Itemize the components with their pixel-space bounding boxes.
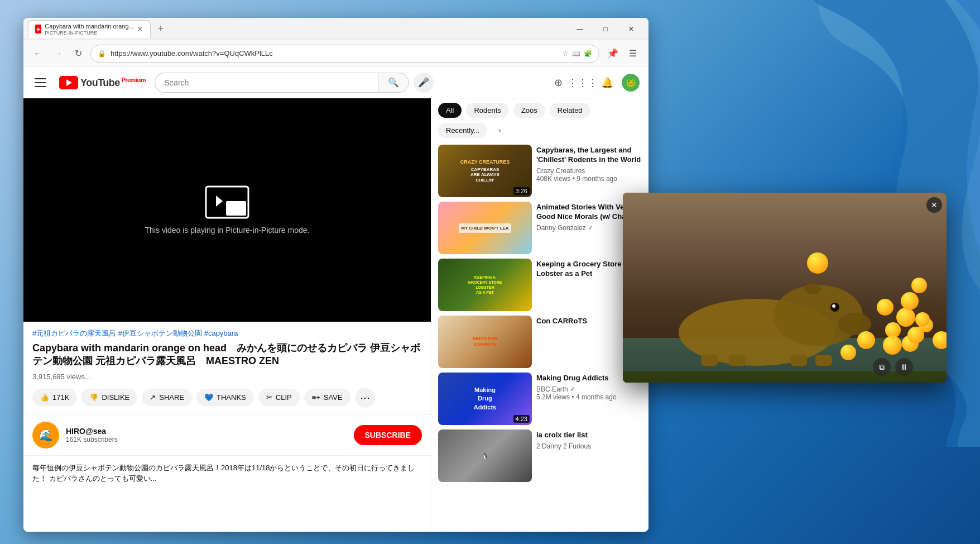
video-title: Capybara with mandarin orange on head みか… [32,342,422,368]
notifications-button[interactable]: 🔔 [597,73,617,93]
video-duration: 4:23 [513,415,530,423]
youtube-header: YouTube Premium 🔍 🎤 ⊕ ⋮⋮⋮ 🔔 🐸 [23,67,648,98]
svg-point-7 [804,283,821,294]
chips-scroll-right[interactable]: › [492,122,507,138]
nav-bar: ← → ↻ 🔒 ☆ 📖 🧩 📌 ☰ [23,40,648,67]
extensions-icon[interactable]: 🧩 [584,50,592,58]
subscribe-button[interactable]: SUBSCRIBE [354,425,422,445]
yt-menu-button[interactable] [32,74,50,92]
title-bar: ▶ Capybara with mandarin orang... PICTUR… [23,18,648,40]
minimize-button[interactable]: — [567,20,593,38]
more-options-button[interactable]: ⋯ [355,388,375,408]
search-area: 🔍 🎤 [155,73,434,93]
forward-button[interactable]: → [50,46,66,61]
browser-window: ▶ Capybara with mandarin orang... PICTUR… [23,18,648,532]
yt-logo-icon [59,76,78,89]
related-item[interactable]: CRAZY CREATURES CAPYBARASARE ALWAYSCHILL… [438,145,642,197]
chip-recently[interactable]: Recently... [438,123,487,138]
bookmark-icon[interactable]: ☆ [563,50,569,58]
back-button[interactable]: ← [30,46,46,61]
related-thumbnail: MakingDrugAddicts 4:23 [438,373,532,425]
related-item[interactable]: 🐧 la croix tier list 2 Danny 2 Furious [438,430,642,482]
video-tags: #元祖カピバラの露天風呂 #伊豆シャボテン動物公園 #capybara [32,328,422,338]
subscriber-count: 161K subscribers [66,436,347,443]
search-button[interactable]: 🔍 [378,73,409,93]
related-thumbnail: MY CHILD WON'T LEA [438,202,532,254]
active-tab[interactable]: ▶ Capybara with mandarin orang... PICTUR… [28,20,151,38]
like-button[interactable]: 👍 171K [32,389,77,406]
pip-mode-text: This video is playing in Picture-in-Pict… [145,226,310,235]
chip-all[interactable]: All [438,103,462,118]
tab-title: Capybara with mandarin orang... [45,23,134,30]
sidebar: All Rodents Zoos Related Recently... › C… [431,98,648,532]
thumbs-down-icon: 👎 [89,393,98,402]
view-count: 3,915,685 views... [32,373,422,381]
close-button[interactable]: ✕ [618,20,644,38]
related-channel: Crazy Creatures [536,167,642,175]
thanks-icon: 💙 [204,393,213,402]
related-thumbnail: KEEPING AGROCERY STORELOBSTERAS A PET [438,259,532,311]
chip-rodents[interactable]: Rodents [466,103,508,118]
voice-search-button[interactable]: 🎤 [414,73,434,93]
pip-pause-button[interactable]: ⏸ [895,358,913,376]
dislike-button[interactable]: 👎 DISLIKE [81,389,137,406]
related-meta: 408K views • 9 months ago [536,175,642,183]
refresh-button[interactable]: ↻ [70,46,86,61]
video-actions: 👍 171K 👎 DISLIKE ↗ SHARE 💙 THANKS [32,388,422,408]
address-bar: 🔒 ☆ 📖 🧩 [90,45,599,63]
tab-close-button[interactable]: ✕ [137,25,143,34]
reading-icon[interactable]: 📖 [572,50,580,58]
user-avatar[interactable]: 🐸 [622,74,640,92]
related-item[interactable]: MakingDrugAddicts 4:23 Making Drug Addic… [438,373,642,425]
save-icon: ≡+ [312,393,320,402]
tab-subtitle: PICTURE-IN-PICTURE [45,30,134,36]
related-thumbnail: RINGS FORCARROTS [438,316,532,368]
chip-zoos[interactable]: Zoos [513,103,545,118]
related-item[interactable]: MY CHILD WON'T LEA Animated Stories With… [438,202,642,254]
tab-favicon: ▶ [35,25,41,34]
video-duration: 3:26 [513,187,530,195]
pip-close-button[interactable]: ✕ [926,197,942,213]
related-item[interactable]: RINGS FORCARROTS Con CARRoTS [438,316,642,368]
maximize-button[interactable]: □ [593,20,618,38]
chip-related[interactable]: Related [550,103,590,118]
channel-info: 🌊 HIRO@sea 161K subscribers SUBSCRIBE [23,414,431,455]
like-count: 171K [52,393,69,402]
tab-area: ▶ Capybara with mandarin orang... PICTUR… [28,20,567,38]
filter-chips: All Rodents Zoos Related Recently... › [438,103,642,138]
pip-controls: ⧉ ⏸ [873,358,913,376]
save-button[interactable]: ≡+ SAVE [304,389,350,406]
thanks-button[interactable]: 💙 THANKS [196,389,254,406]
pocket-button[interactable]: 📌 [604,45,622,63]
video-description: 毎年恒例の伊豆シャボテン動物公園のカピバラ露天風呂！2018年は11/18からと… [23,455,431,491]
nav-right-icons: 📌 ☰ [604,45,642,63]
video-player[interactable]: This video is playing in Picture-in-Pict… [23,98,431,322]
share-icon: ↗ [150,393,156,402]
related-video-title: la croix tier list [536,431,642,440]
browser-menu-button[interactable]: ☰ [624,45,642,63]
related-video-title: Capybaras, the Largest and 'Chillest' Ro… [536,146,642,165]
svg-rect-8 [701,355,718,366]
clip-button[interactable]: ✂ CLIP [258,389,300,406]
yt-main: This video is playing in Picture-in-Pict… [23,98,648,532]
clip-icon: ✂ [266,393,272,402]
new-tab-button[interactable]: + [153,21,169,37]
yt-logo[interactable]: YouTube Premium [59,76,146,89]
url-input[interactable] [111,49,558,58]
svg-rect-11 [815,355,832,366]
search-input[interactable] [155,73,378,93]
apps-button[interactable]: ⋮⋮⋮ [573,73,593,93]
related-item[interactable]: KEEPING AGROCERY STORELOBSTERAS A PET Ke… [438,259,642,311]
channel-name: HIRO@sea [66,427,347,436]
related-channel: BBC Earth ✓ [536,385,642,393]
header-actions: ⊕ ⋮⋮⋮ 🔔 🐸 [548,73,640,93]
svg-rect-9 [729,355,746,366]
yt-logo-text: YouTube Premium [80,77,146,89]
share-button[interactable]: ↗ SHARE [142,389,192,406]
svg-rect-1 [226,201,246,216]
pip-video-scene [623,193,947,383]
channel-avatar[interactable]: 🌊 [32,422,59,448]
pip-expand-button[interactable]: ⧉ [873,358,891,376]
create-button[interactable]: ⊕ [548,73,568,93]
pip-window: ✕ ⧉ ⏸ [623,193,947,383]
